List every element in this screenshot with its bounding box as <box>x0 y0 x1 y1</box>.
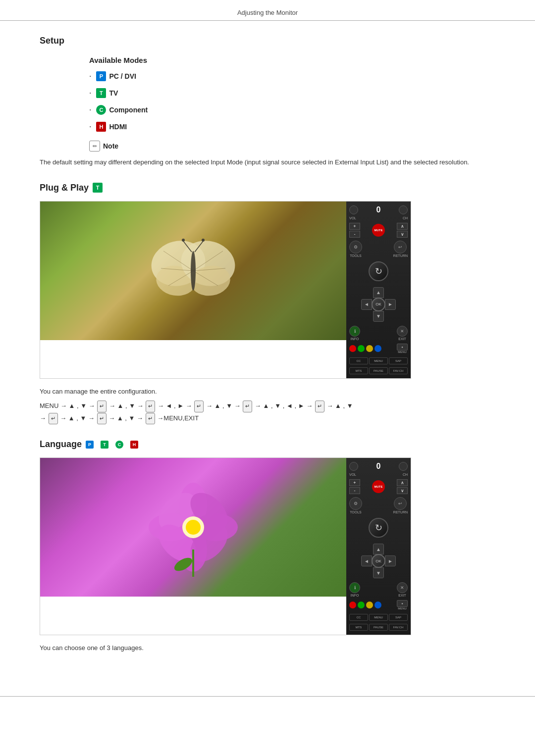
info-label-2: INFO <box>351 594 359 597</box>
enter-btn-6: ↵ <box>49 413 58 425</box>
exit-label: EXIT <box>398 337 406 341</box>
red-btn-2[interactable] <box>349 602 356 608</box>
info-btn[interactable]: ℹ INFO <box>349 326 360 341</box>
note-icon: ✏ <box>89 141 100 151</box>
mts-btn[interactable]: MTS <box>349 367 368 374</box>
mode-list: · P PC / DVI · T TV · C Component · H <box>89 71 495 132</box>
vol-down-btn[interactable]: - <box>349 231 360 238</box>
menu-btn-2[interactable]: MENU <box>369 614 388 621</box>
nav-center-btn[interactable]: OK <box>372 298 385 311</box>
ch-buttons-2: ∧ ∨ <box>397 479 408 494</box>
ch-down-btn-2[interactable]: ∨ <box>397 487 408 494</box>
sap-btn[interactable]: SAP <box>389 357 408 364</box>
ch-up-btn[interactable]: ∧ <box>397 223 408 230</box>
pause-btn-2[interactable]: PAUSE <box>369 624 388 631</box>
tools-btn-2[interactable]: ⚙ TOOLS <box>349 497 362 514</box>
list-item: · T TV <box>89 88 495 98</box>
remote-nav-pad-2: ▲ ▼ ◄ ► OK <box>361 544 396 578</box>
red-btn[interactable] <box>349 345 356 352</box>
nav-left-btn-2[interactable]: ◄ <box>361 555 372 566</box>
note-box: ✏ Note <box>89 141 495 151</box>
note-label: Note <box>103 141 118 151</box>
tools-label-2: TOOLS <box>350 510 362 514</box>
yellow-btn[interactable] <box>366 345 373 352</box>
language-label: Language <box>40 439 82 450</box>
ch-buttons: ∧ ∨ <box>397 223 408 238</box>
green-btn[interactable] <box>358 345 365 352</box>
remote-vol-mute-row: + - MUTE ∧ ∨ <box>349 223 408 238</box>
remote-color-row: ● MENU <box>349 344 408 353</box>
language-section: Language P T C H <box>40 439 495 652</box>
plug-play-nav-text: MENU → ▲ , ▼ → ↵ → ▲ , ▼ → ↵ → ◄ , ► → ↵… <box>40 400 495 425</box>
return-btn[interactable]: ↩ RETURN <box>393 241 408 257</box>
mode-label-pc: PC / DVI <box>109 72 136 80</box>
blue-btn-2[interactable] <box>374 602 381 608</box>
setup-section: Setup Available Modes · P PC / DVI · T T… <box>40 36 495 168</box>
plug-play-image-container: 0 VOL CH + - MUTE <box>40 201 411 379</box>
fav-btn[interactable]: FAV.CH <box>389 367 408 374</box>
enter-btn-7: ↵ <box>97 413 107 425</box>
blue-btn[interactable] <box>374 345 381 352</box>
cc-btn-2[interactable]: CC <box>349 614 368 621</box>
remote-vol-ch-labels-2: VOL CH <box>349 473 408 476</box>
remote-large-center-btn[interactable]: ↻ <box>369 261 388 281</box>
remote-cc-menu-sap-row: CC MENU SAP <box>349 357 408 364</box>
badge-c: C <box>96 105 106 115</box>
mute-label-2: MUTE <box>374 485 383 488</box>
flower-illustration <box>144 478 243 577</box>
nav-up-btn-2[interactable]: ▲ <box>373 544 384 554</box>
pause-btn[interactable]: PAUSE <box>369 367 388 374</box>
exit-btn[interactable]: ✕ EXIT <box>397 326 408 341</box>
vol-down-btn-2[interactable]: - <box>349 487 360 494</box>
page-footer <box>0 696 535 697</box>
nav-up-btn[interactable]: ▲ <box>373 287 384 298</box>
enter-btn-5: ↵ <box>315 401 324 412</box>
tools-label: TOOLS <box>350 254 362 257</box>
mute-btn[interactable]: MUTE <box>372 224 385 237</box>
tools-btn[interactable]: ⚙ TOOLS <box>349 241 362 257</box>
cc-btn[interactable]: CC <box>349 357 368 364</box>
return-label: RETURN <box>393 254 408 257</box>
remote-number-2: 0 <box>376 462 381 471</box>
nav-center-btn-2[interactable]: OK <box>372 554 385 568</box>
vol-up-btn[interactable]: + <box>349 223 360 230</box>
menu-btn[interactable]: MENU <box>369 357 388 364</box>
fav-btn-2[interactable]: FAV.CH <box>389 624 408 631</box>
bullet: · <box>89 105 91 114</box>
return-btn-2[interactable]: ↩ RETURN <box>393 497 408 514</box>
list-item: · H HDMI <box>89 122 495 132</box>
vol-buttons-2: + - <box>349 479 360 494</box>
remote-top-row-2: 0 <box>349 462 408 471</box>
yellow-btn-2[interactable] <box>366 602 373 608</box>
language-badge-t: T <box>101 441 108 449</box>
exit-btn-2[interactable]: ✕ EXIT <box>397 582 408 597</box>
mts-btn-2[interactable]: MTS <box>349 624 368 631</box>
header-title: Adjusting the Monitor <box>237 9 298 16</box>
nav-left-btn[interactable]: ◄ <box>361 299 372 310</box>
language-caption: You can choose one of 3 languages. <box>40 644 495 652</box>
bullet: · <box>89 122 91 131</box>
nav-down-btn[interactable]: ▼ <box>373 311 384 322</box>
language-title: Language P T C H <box>40 439 495 450</box>
ch-label: CH <box>403 216 408 220</box>
language-badge-p: P <box>86 441 94 449</box>
green-btn-2[interactable] <box>358 602 365 608</box>
remote-large-center-btn-2[interactable]: ↻ <box>369 518 388 538</box>
remote-cc-menu-sap-row-2: CC MENU SAP <box>349 614 408 621</box>
ch-up-btn-2[interactable]: ∧ <box>397 479 408 486</box>
remote-mts-pause-fav-row-2: MTS PAUSE FAV.CH <box>349 624 408 631</box>
enter-btn-2: ↵ <box>146 401 155 412</box>
center-icon: ↻ <box>375 266 382 277</box>
mute-btn-2[interactable]: MUTE <box>372 480 385 493</box>
nav-right-btn-2[interactable]: ► <box>385 555 396 566</box>
nav-right-btn[interactable]: ► <box>385 299 396 310</box>
vol-up-btn-2[interactable]: + <box>349 479 360 486</box>
butterfly-background <box>40 202 346 340</box>
remote-tools-return-row: ⚙ TOOLS ↩ RETURN <box>349 241 408 257</box>
ch-down-btn[interactable]: ∨ <box>397 231 408 238</box>
nav-down-btn-2[interactable]: ▼ <box>373 567 384 578</box>
list-item: · C Component <box>89 105 495 115</box>
info-btn-2[interactable]: ℹ INFO <box>349 582 360 597</box>
sap-btn-2[interactable]: SAP <box>389 614 408 621</box>
svg-point-13 <box>182 239 185 242</box>
